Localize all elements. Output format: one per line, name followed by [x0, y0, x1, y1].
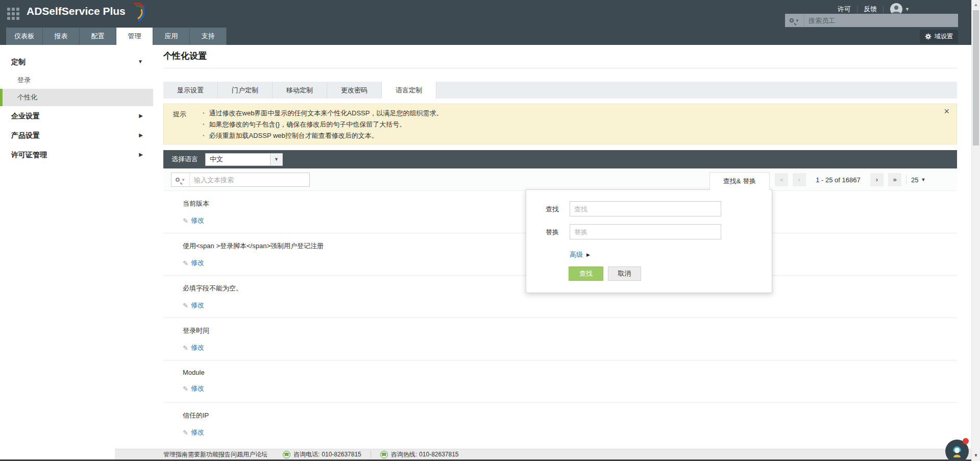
- chevron-down-icon: ▼: [905, 7, 910, 12]
- replace-input[interactable]: [570, 224, 721, 239]
- chevron-right-icon: ▶: [139, 126, 143, 145]
- header-divider: [857, 6, 857, 13]
- employee-search-box: ▼: [785, 14, 958, 27]
- modify-link[interactable]: ✎ 修改: [183, 343, 204, 352]
- tab-display-settings[interactable]: 显示设置: [163, 82, 218, 99]
- scrollbar-thumb[interactable]: [973, 10, 979, 145]
- edit-pencil-icon: ✎: [183, 302, 188, 309]
- chevron-right-icon: ▶: [139, 106, 143, 126]
- tip-bullet: 如果您修改的句子包含{}，确保在修改后的句子中也保留了大括号。: [209, 119, 406, 130]
- last-page-button[interactable]: »: [888, 173, 901, 186]
- footer-link-need-feature[interactable]: 需要新功能: [188, 450, 218, 459]
- sidebar-item-personalization[interactable]: 个性化: [0, 89, 153, 106]
- edit-pencil-icon: ✎: [183, 344, 188, 352]
- logo-swoosh-icon: [127, 2, 144, 22]
- replace-label: 替换: [546, 228, 559, 237]
- nav-tab-admin[interactable]: 管理: [116, 28, 153, 45]
- cancel-button[interactable]: 取消: [608, 266, 641, 281]
- tip-label: 提示: [173, 110, 186, 119]
- first-page-button[interactable]: «: [775, 173, 788, 186]
- string-label: 登录时间: [183, 326, 957, 335]
- sidebar-item-enterprise-settings[interactable]: 企业设置 ▶: [0, 106, 153, 126]
- nav-tab-reports[interactable]: 报表: [43, 28, 80, 45]
- page-scrollbar[interactable]: ▲ ▼: [971, 0, 980, 461]
- page-size-select[interactable]: 25 ▼: [911, 176, 925, 184]
- search-icon: [790, 18, 794, 22]
- nav-tab-support[interactable]: 支持: [190, 28, 227, 45]
- modify-link[interactable]: ✎ 修改: [183, 258, 204, 268]
- bullet-icon: •: [203, 108, 205, 119]
- app-title: ADSelfService Plus: [27, 5, 126, 17]
- license-link[interactable]: 许可: [838, 5, 851, 14]
- pagination-divider: [906, 175, 906, 184]
- language-select[interactable]: 中文 ▼: [205, 153, 283, 166]
- sidebar-item-customize[interactable]: 定制 ▼: [0, 52, 153, 71]
- edit-pencil-icon: ✎: [183, 217, 188, 225]
- domain-settings-label: 域设置: [935, 32, 953, 41]
- feedback-link[interactable]: 反馈: [864, 5, 877, 14]
- close-icon[interactable]: ×: [944, 106, 949, 117]
- chevron-down-icon: ▼: [921, 177, 925, 182]
- tab-mobile-customization[interactable]: 移动定制: [273, 82, 327, 99]
- sidebar-item-license-management[interactable]: 许可证管理 ▶: [0, 145, 153, 164]
- chevron-right-icon: ▶: [139, 145, 143, 164]
- next-page-button[interactable]: ›: [870, 173, 884, 186]
- chevron-down-icon: ▼: [795, 18, 799, 23]
- modify-link[interactable]: ✎ 修改: [183, 301, 204, 310]
- footer-link-user-forum[interactable]: 用户论坛: [243, 450, 267, 459]
- edit-pencil-icon: ✎: [183, 259, 188, 267]
- sidebar-item-login[interactable]: 登录: [0, 71, 153, 89]
- list-item: 登录时间 ✎ 修改: [163, 318, 957, 360]
- footer-divider: [371, 451, 371, 458]
- nav-tab-configuration[interactable]: 配置: [80, 28, 116, 45]
- nav-tab-dashboard[interactable]: 仪表板: [6, 28, 43, 45]
- domain-settings-button[interactable]: 域设置: [920, 30, 958, 43]
- find-button[interactable]: 查找: [569, 266, 603, 281]
- find-input[interactable]: [570, 201, 721, 216]
- sidebar-item-product-settings[interactable]: 产品设置 ▶: [0, 126, 153, 145]
- modify-link[interactable]: ✎ 修改: [183, 428, 204, 437]
- scroll-up-icon[interactable]: ▲: [972, 2, 980, 7]
- page-range-text: 1 - 25 of 16867: [811, 176, 866, 184]
- modify-link[interactable]: ✎ 修改: [183, 216, 204, 225]
- string-label: 信任的IP: [183, 411, 957, 420]
- search-scope-button[interactable]: ▼: [172, 173, 190, 186]
- edit-pencil-icon: ✎: [183, 429, 188, 436]
- list-item: 信任的IP ✎ 修改: [163, 403, 957, 445]
- language-select-label: 选择语言: [172, 155, 198, 164]
- language-select-value: 中文: [210, 155, 270, 164]
- tab-portal-customization[interactable]: 门户定制: [218, 82, 273, 99]
- phone-icon: ☎: [283, 451, 290, 458]
- advanced-link[interactable]: 高级 ▶: [570, 250, 590, 259]
- sidebar: 定制 ▼ 登录 个性化 企业设置 ▶ 产品设置 ▶ 许可证管理 ▶: [0, 45, 153, 449]
- search-scope-button[interactable]: ▼: [785, 14, 804, 27]
- tab-find-replace[interactable]: 查找& 替换: [709, 172, 770, 190]
- nav-tab-apps[interactable]: 应用: [153, 28, 190, 45]
- text-search-input[interactable]: [190, 176, 309, 184]
- footer: 管理指南 需要新功能 报告问题 用户论坛 ☎ 咨询电话: 010-8263781…: [115, 449, 971, 459]
- string-label: Module: [183, 369, 957, 376]
- chevron-right-icon: ▶: [586, 252, 590, 257]
- hotline-number: 010-82637815: [419, 451, 458, 458]
- language-bar: 选择语言 中文 ▼: [163, 150, 957, 168]
- bullet-icon: •: [203, 130, 205, 141]
- phone-label: 咨询电话:: [293, 450, 320, 459]
- text-search-box: ▼: [171, 173, 310, 187]
- search-icon: [176, 178, 180, 182]
- text-search-row: ▼ « ‹ 1 - 25 of 16867 › » 25 ▼: [163, 168, 957, 191]
- tip-bullet: 必须重新加载ADSSP web控制台才能查看修改后的文本。: [209, 130, 378, 141]
- tab-language-customization[interactable]: 语言定制: [382, 82, 436, 99]
- previous-page-button[interactable]: ‹: [793, 173, 806, 186]
- scroll-down-icon[interactable]: ▼: [972, 453, 980, 458]
- app-logo: ADSelfService Plus: [27, 5, 144, 22]
- tab-change-password[interactable]: 更改密码: [327, 82, 382, 99]
- notification-badge: [963, 438, 969, 444]
- headset-agent-icon: [950, 444, 964, 458]
- list-item: Module ✎ 修改: [163, 360, 957, 403]
- footer-link-report-issue[interactable]: 报告问题: [218, 450, 243, 459]
- footer-link-admin-guide[interactable]: 管理指南: [163, 450, 188, 459]
- chevron-down-icon: ▼: [138, 52, 143, 71]
- employee-search-input[interactable]: [804, 17, 958, 25]
- app-grid-icon[interactable]: [7, 8, 20, 21]
- modify-link[interactable]: ✎ 修改: [183, 384, 204, 393]
